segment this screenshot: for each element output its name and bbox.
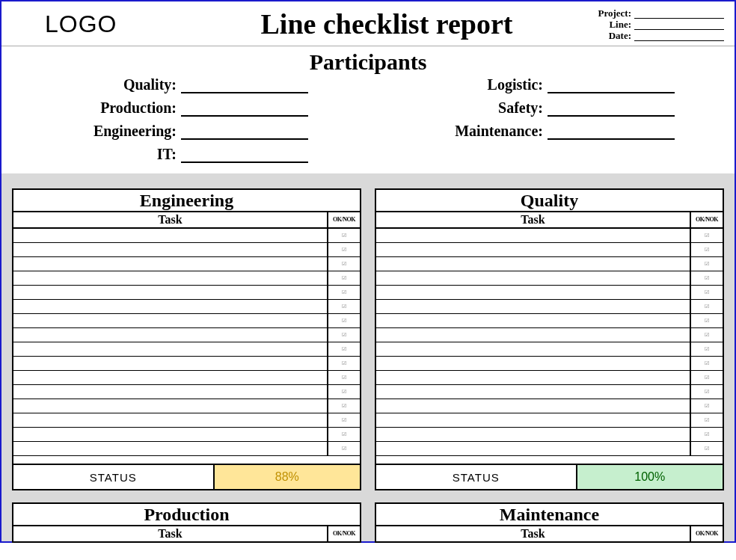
participants-left-column: Quality: Production: Engineering: IT:	[16, 76, 353, 163]
quality-ok-cell: ☑	[691, 314, 723, 327]
participant-safety-label: Safety:	[368, 99, 548, 117]
engineering-task-cell	[13, 442, 328, 455]
card-quality-title: Quality	[376, 190, 723, 212]
engineering-ok-cell: ☑	[328, 328, 360, 342]
card-quality: Quality Task OK/NOK ☑☑☑☑☑☑☑☑☑☑☑☑☑☑☑☑ STA…	[375, 188, 724, 490]
task-row: ☑	[376, 357, 723, 371]
quality-ok-cell: ☑	[691, 371, 723, 384]
quality-task-cell	[376, 243, 691, 256]
engineering-ok-cell: ☑	[328, 428, 360, 441]
task-row: ☑	[376, 399, 723, 413]
participant-maintenance-line	[548, 125, 675, 140]
task-row: ☑	[13, 229, 360, 243]
engineering-ok-cell: ☑	[328, 385, 360, 399]
quality-ok-cell: ☑	[691, 442, 723, 455]
card-quality-status-label: STATUS	[376, 465, 577, 489]
quality-task-cell	[376, 371, 691, 384]
task-row: ☑	[376, 328, 723, 342]
quality-task-cell	[376, 257, 691, 271]
engineering-task-cell	[13, 357, 328, 370]
card-quality-status: STATUS 100%	[376, 464, 723, 489]
quality-ok-cell: ☑	[691, 243, 723, 256]
engineering-task-cell	[13, 413, 328, 427]
participant-logistic-line	[548, 79, 675, 93]
engineering-ok-cell: ☑	[328, 314, 360, 327]
meta-date-line	[634, 31, 724, 41]
task-row: ☑	[376, 342, 723, 357]
participant-maintenance-label: Maintenance:	[368, 123, 548, 140]
quality-task-cell	[376, 286, 691, 299]
task-row: ☑	[13, 413, 360, 428]
card-maintenance-task-header: Task	[376, 526, 691, 541]
engineering-task-cell	[13, 428, 328, 441]
engineering-task-cell	[13, 371, 328, 384]
engineering-ok-cell: ☑	[328, 271, 360, 285]
engineering-ok-cell: ☑	[328, 342, 360, 356]
document-frame: LOGO Line checklist report Project: Line…	[0, 0, 736, 543]
task-row: ☑	[13, 300, 360, 314]
task-row: ☑	[13, 257, 360, 271]
card-production-title: Production	[13, 504, 360, 526]
engineering-ok-cell: ☑	[328, 300, 360, 313]
engineering-ok-cell: ☑	[328, 371, 360, 384]
engineering-ok-cell: ☑	[328, 286, 360, 299]
quality-task-cell	[376, 442, 691, 455]
task-row: ☑	[13, 442, 360, 456]
task-row: ☑	[376, 371, 723, 385]
meta-line: Line:	[567, 19, 724, 30]
card-quality-ok-header: OK/NOK	[691, 212, 723, 227]
participant-production-line	[181, 102, 308, 117]
quality-task-cell	[376, 385, 691, 399]
task-row: ☑	[376, 385, 723, 399]
meta-box: Project: Line: Date:	[567, 6, 724, 41]
task-row: ☑	[13, 286, 360, 300]
engineering-task-cell	[13, 328, 328, 342]
task-row: ☑	[376, 243, 723, 257]
engineering-task-cell	[13, 286, 328, 299]
card-quality-subhead: Task OK/NOK	[376, 212, 723, 229]
quality-task-cell	[376, 229, 691, 242]
meta-project-label: Project:	[598, 7, 631, 19]
task-row: ☑	[13, 314, 360, 328]
engineering-task-cell	[13, 399, 328, 413]
quality-ok-cell: ☑	[691, 286, 723, 299]
card-quality-task-header: Task	[376, 212, 691, 227]
participant-logistic-label: Logistic:	[368, 76, 548, 93]
engineering-task-cell	[13, 300, 328, 313]
engineering-task-cell	[13, 342, 328, 356]
quality-task-cell	[376, 300, 691, 313]
engineering-ok-cell: ☑	[328, 257, 360, 271]
participant-engineering: Engineering:	[16, 123, 353, 140]
document-title: Line checklist report	[206, 6, 567, 40]
card-engineering-status-value: 88%	[215, 465, 360, 489]
meta-date: Date:	[567, 30, 724, 41]
card-production-task-header: Task	[13, 526, 328, 541]
quality-ok-cell: ☑	[691, 428, 723, 441]
participant-engineering-line	[181, 125, 308, 140]
quality-ok-cell: ☑	[691, 328, 723, 342]
quality-task-cell	[376, 271, 691, 285]
quality-ok-cell: ☑	[691, 399, 723, 413]
card-production-ok-header: OK/NOK	[328, 526, 360, 541]
task-row: ☑	[13, 399, 360, 413]
task-row: ☑	[13, 428, 360, 442]
card-engineering-task-header: Task	[13, 212, 328, 227]
quality-ok-cell: ☑	[691, 413, 723, 427]
task-row: ☑	[13, 328, 360, 342]
task-row: ☑	[376, 229, 723, 243]
task-row: ☑	[376, 442, 723, 456]
engineering-task-cell	[13, 385, 328, 399]
quality-ok-cell: ☑	[691, 271, 723, 285]
meta-project-line	[634, 9, 724, 19]
card-engineering-subhead: Task OK/NOK	[13, 212, 360, 229]
participants-right-column: Logistic: Safety: Maintenance:	[368, 76, 720, 163]
task-row: ☑	[13, 271, 360, 286]
meta-line-line	[634, 20, 724, 30]
task-row: ☑	[13, 243, 360, 257]
task-row: ☑	[13, 385, 360, 399]
card-engineering-ok-header: OK/NOK	[328, 212, 360, 227]
quality-task-cell	[376, 357, 691, 370]
task-row: ☑	[376, 413, 723, 428]
quality-ok-cell: ☑	[691, 357, 723, 370]
card-engineering-title: Engineering	[13, 190, 360, 212]
